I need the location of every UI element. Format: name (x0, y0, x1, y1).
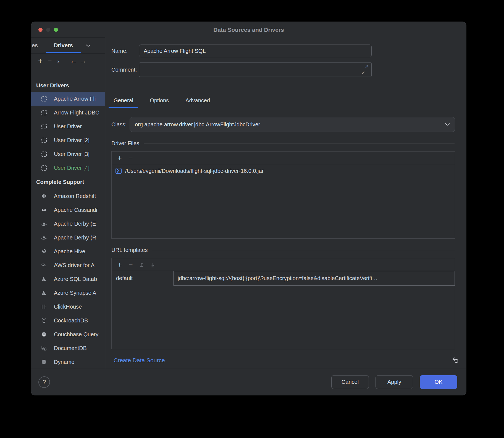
hive-bee-icon (41, 248, 47, 255)
user-driver-icon (41, 123, 47, 130)
tab-options[interactable]: Options (144, 93, 175, 109)
url-template-value-cell[interactable]: jdbc:arrow-flight-sql://{host}:{port}\?u… (174, 271, 455, 286)
dynamo-icon (41, 359, 47, 365)
driver-item-apache-hive[interactable]: Apache Hive (31, 244, 105, 258)
sidebar: es Drivers + − › ← → User Drivers Apache… (31, 37, 105, 369)
comment-label: Comment: (111, 62, 137, 77)
driver-item-clickhouse[interactable]: ClickHouse (31, 300, 105, 314)
driver-item-cockroachdb[interactable]: CockroachDB (31, 314, 105, 327)
comment-input[interactable]: ↗↙ (139, 62, 372, 77)
tab-general[interactable]: General (107, 93, 139, 109)
class-dropdown[interactable]: org.apache.arrow.driver.jdbc.ArrowFlight… (130, 117, 455, 132)
add-driver-icon[interactable]: + (36, 57, 45, 65)
remove-template-icon[interactable]: − (126, 261, 135, 268)
add-file-icon[interactable]: + (115, 154, 124, 161)
undo-icon[interactable] (451, 356, 460, 364)
tab-advanced[interactable]: Advanced (179, 93, 216, 109)
name-input[interactable] (139, 45, 372, 57)
help-button[interactable]: ? (38, 376, 50, 388)
url-templates-toolbar: + − (112, 258, 455, 271)
dialog-footer: ? Cancel Apply OK (31, 369, 466, 395)
back-icon[interactable]: ← (69, 57, 78, 65)
derby-hat-icon (41, 220, 47, 227)
forward-icon[interactable]: → (78, 57, 88, 65)
driver-item-user-driver[interactable]: User Driver (31, 119, 105, 133)
url-template-name-cell[interactable]: default (112, 271, 174, 286)
expand-field-icon[interactable]: ↗↙ (361, 64, 369, 75)
expand-icon[interactable]: › (54, 58, 62, 64)
driver-item-couchbase-query[interactable]: Couchbase Query (31, 327, 105, 341)
driver-item-apache-arrow-flight[interactable]: Apache Arrow Fli (31, 92, 105, 106)
url-templates-box: + − default jdbc:arrow-flight-sql://{hos… (111, 258, 455, 349)
clickhouse-icon (41, 303, 47, 310)
traffic-lights (38, 28, 58, 32)
cassandra-eye-icon (41, 207, 47, 213)
driver-files-toolbar: + − (112, 152, 455, 164)
driver-files-box: + − /Users/evgenii/Downloads/flight-sql-… (111, 151, 455, 239)
jar-file-icon (116, 168, 122, 174)
driver-item-user-driver-4[interactable]: User Driver [4] (31, 161, 105, 175)
cockroach-icon (41, 317, 47, 324)
driver-file-path: /Users/evgenii/Downloads/flight-sql-jdbc… (125, 168, 264, 174)
chevron-down-icon (445, 123, 450, 126)
remove-file-icon[interactable]: − (126, 154, 135, 161)
class-dropdown-value: org.apache.arrow.driver.jdbc.ArrowFlight… (135, 121, 260, 128)
chevron-down-icon[interactable] (86, 44, 91, 47)
couchbase-icon (41, 331, 47, 338)
add-template-icon[interactable]: + (115, 261, 124, 268)
driver-item-azure-synapse[interactable]: Azure Synapse A (31, 286, 105, 300)
name-label: Name: (111, 45, 128, 57)
tab-data-sources-clipped[interactable]: es (31, 38, 46, 53)
user-driver-icon (41, 137, 47, 144)
redshift-icon (41, 193, 47, 199)
create-data-source-link[interactable]: Create Data Source (114, 357, 165, 364)
user-drivers-header: User Drivers (31, 79, 105, 92)
url-template-row[interactable]: default jdbc:arrow-flight-sql://{host}:{… (112, 271, 455, 286)
driver-item-user-driver-2[interactable]: User Driver [2] (31, 133, 105, 147)
driver-files-header: Driver Files (111, 140, 455, 147)
move-up-icon[interactable] (137, 262, 146, 267)
move-down-icon[interactable] (148, 262, 158, 267)
sidebar-tabstrip: es Drivers (31, 38, 105, 54)
documentdb-icon (41, 345, 47, 351)
apply-button[interactable]: Apply (376, 375, 413, 389)
driver-item-amazon-redshift[interactable]: Amazon Redshift (31, 189, 105, 203)
ok-button[interactable]: OK (420, 375, 457, 389)
create-data-source-row: Create Data Source (105, 351, 466, 369)
driver-item-apache-derby-remote[interactable]: Apache Derby (R (31, 231, 105, 244)
driver-item-apache-derby-embedded[interactable]: Apache Derby (E (31, 217, 105, 231)
azure-icon (41, 276, 47, 282)
driver-list: User Drivers Apache Arrow Fli Arrow Flig… (31, 68, 105, 369)
sidebar-toolbar: + − › ← → (31, 54, 105, 68)
class-label: Class: (111, 117, 127, 132)
driver-item-arrow-flight-jdbc[interactable]: Arrow Flight JDBC (31, 106, 105, 119)
complete-support-header: Complete Support (31, 175, 105, 189)
aws-dolphin-icon (41, 262, 47, 268)
derby-hat-icon (41, 234, 47, 241)
driver-detail-panel: Name: Comment: ↗↙ General Options Advanc… (105, 37, 466, 369)
driver-item-apache-cassandra[interactable]: Apache Cassandr (31, 203, 105, 217)
user-driver-icon (41, 151, 47, 157)
window-title: Data Sources and Drivers (31, 22, 466, 38)
user-driver-icon (41, 109, 47, 116)
close-window-button[interactable] (38, 28, 43, 32)
driver-file-row[interactable]: /Users/evgenii/Downloads/flight-sql-jdbc… (112, 164, 455, 178)
driver-item-aws-driver[interactable]: AWS driver for A (31, 258, 105, 272)
dialog-data-sources-and-drivers: Data Sources and Drivers es Drivers + − … (31, 22, 466, 395)
driver-item-documentdb[interactable]: DocumentDB (31, 341, 105, 355)
url-templates-header: URL templates (111, 247, 455, 253)
zoom-window-button[interactable] (54, 28, 58, 32)
user-driver-icon (41, 165, 47, 171)
remove-driver-icon[interactable]: − (45, 57, 54, 65)
titlebar: Data Sources and Drivers (31, 22, 466, 37)
driver-item-azure-sql-database[interactable]: Azure SQL Datab (31, 272, 105, 286)
driver-item-user-driver-3[interactable]: User Driver [3] (31, 147, 105, 161)
driver-item-dynamo[interactable]: Dynamo (31, 355, 105, 369)
cancel-button[interactable]: Cancel (331, 375, 369, 389)
tab-drivers[interactable]: Drivers (46, 38, 81, 53)
minimize-window-button[interactable] (46, 28, 50, 32)
user-driver-icon (41, 95, 47, 102)
azure-icon (41, 290, 47, 296)
detail-tabs: General Options Advanced (107, 93, 216, 109)
